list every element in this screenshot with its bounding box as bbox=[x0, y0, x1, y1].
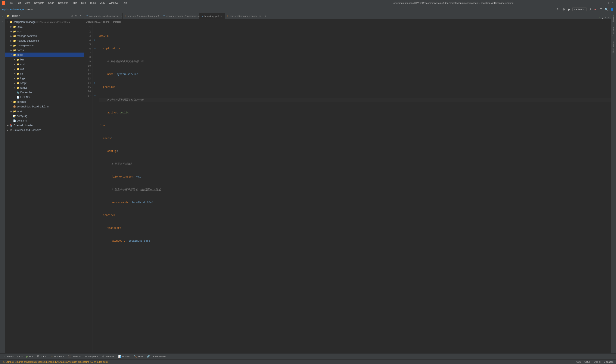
tree-manage-common[interactable]: ▶ 📁 manage-common bbox=[5, 34, 84, 39]
check-collapse[interactable]: ∨ bbox=[607, 16, 609, 19]
project-close[interactable]: ✕ bbox=[79, 14, 82, 18]
tree-manage-system[interactable]: ▶ 📁 manage-system bbox=[5, 43, 84, 48]
tree-root[interactable]: ▾ 📁 equipment-manage D:\YhcResource\myPr… bbox=[5, 20, 84, 24]
todo-button[interactable]: ☑ TODO bbox=[36, 354, 49, 359]
arrow-conf: ▶ bbox=[13, 63, 16, 66]
toolbar-search-button[interactable]: 🔍 bbox=[604, 7, 609, 12]
tab-pom-xml-system[interactable]: X pom.xml (manage-system) ✕ bbox=[225, 13, 263, 19]
menu-tools[interactable]: Tools bbox=[88, 1, 97, 5]
terminal-button[interactable]: ⬛ Terminal bbox=[66, 354, 83, 359]
minimize-button[interactable]: ─ bbox=[602, 1, 606, 5]
build-icon: 🔨 bbox=[134, 355, 137, 358]
bc-profiles[interactable]: profiles: bbox=[113, 21, 121, 23]
code-line-16: transport: bbox=[99, 226, 611, 230]
tree-work[interactable]: ▶ 📁 work bbox=[5, 109, 84, 114]
tab-application-yml-system[interactable]: Y manage-system\...\application.yml ✕ bbox=[161, 13, 200, 19]
tab-overflow-button[interactable]: ▾ bbox=[263, 13, 268, 19]
version-control-button[interactable]: ⎇ Version Control bbox=[1, 354, 24, 359]
project-icon[interactable]: ≡ bbox=[0, 14, 5, 19]
menu-help[interactable]: Help bbox=[120, 1, 129, 5]
toolbar-account-button[interactable]: 👤 bbox=[610, 7, 614, 12]
toolbar-run-button[interactable]: ▶ bbox=[567, 7, 572, 12]
tree-manage-equipment[interactable]: ▶ 📁 manage-equipment bbox=[5, 39, 84, 43]
arrow-common: ▶ bbox=[9, 34, 13, 38]
menu-file[interactable]: File bbox=[7, 1, 14, 5]
code-editor[interactable]: spring: application: # 服务名称和配置文件保持一致 nam… bbox=[97, 24, 611, 353]
menu-build[interactable]: Build bbox=[70, 1, 79, 5]
close-button[interactable]: ✕ bbox=[611, 1, 614, 5]
seata-label[interactable]: seata bbox=[26, 8, 32, 11]
seata-label: seata bbox=[17, 53, 23, 56]
menu-refactor[interactable]: Refactor bbox=[56, 1, 69, 5]
tree-pom-xml[interactable]: 📄 pom.xml bbox=[5, 118, 84, 123]
project-settings[interactable]: ⚙ bbox=[74, 14, 78, 18]
indent-status[interactable]: 2 spaces bbox=[603, 361, 614, 363]
status-bar: ⚠ Lombok requires annotation processing … bbox=[0, 359, 616, 364]
build-button[interactable]: 🔨 Build bbox=[132, 354, 145, 359]
tree-lib[interactable]: ▶ 📁 lib bbox=[5, 71, 84, 76]
line-ending-status[interactable]: CRLF bbox=[584, 361, 591, 363]
tree-external-libs[interactable]: ▶ 📚 External Libraries bbox=[5, 123, 84, 128]
menu-run[interactable]: Run bbox=[80, 1, 88, 5]
problems-button[interactable]: ⚠ Problems bbox=[49, 354, 66, 359]
menu-code[interactable]: Code bbox=[46, 1, 56, 5]
bc-spring[interactable]: spring: bbox=[103, 21, 110, 23]
tree-target[interactable]: ▶ 📁 target bbox=[5, 85, 84, 90]
menu-navigate[interactable]: Navigate bbox=[32, 1, 46, 5]
menu-vcs[interactable]: VCS bbox=[98, 1, 107, 5]
tree-seata-logs[interactable]: ▶ 📁 logs bbox=[5, 76, 84, 81]
check-expand[interactable]: ∧ bbox=[604, 16, 606, 19]
menu-edit[interactable]: Edit bbox=[15, 1, 23, 5]
bc-doc[interactable]: Document 1/1 bbox=[86, 21, 100, 23]
project-collapse-all[interactable]: ⊟ bbox=[70, 14, 74, 18]
database-panel-label[interactable]: Database bbox=[612, 24, 616, 39]
tab-application-yml-equipment[interactable]: Y equipment-...\application.yml ✕ bbox=[84, 13, 123, 19]
external-libs-icon: 📚 bbox=[9, 124, 13, 127]
toolbar-reload-button[interactable]: ↺ bbox=[587, 7, 592, 12]
profiler-button[interactable]: 📊 Profiler bbox=[117, 354, 132, 359]
tree-logs[interactable]: ▶ 📁 logs bbox=[5, 29, 84, 34]
dependencies-button[interactable]: 🔗 Dependencies bbox=[145, 354, 167, 359]
tree-sentinel[interactable]: ▾ 📁 sentinel bbox=[5, 100, 84, 104]
tab-close-1[interactable]: ✕ bbox=[120, 15, 123, 17]
gutter-8 bbox=[93, 55, 97, 59]
maven-panel-label[interactable]: Maven bbox=[612, 13, 616, 24]
tree-script[interactable]: ▶ 📁 script bbox=[5, 81, 84, 85]
project-name-label[interactable]: equipment-manage bbox=[2, 8, 24, 11]
tab-close-5[interactable]: ✕ bbox=[259, 15, 261, 17]
notifications-panel-label[interactable]: Notifications bbox=[612, 39, 616, 55]
line-col-status[interactable]: 6:20 bbox=[576, 361, 582, 363]
tab-pom-xml-equipment[interactable]: X pom.xml (equipment-manage) ✕ bbox=[123, 13, 161, 19]
tab-bootstrap-yml[interactable]: Y bootstrap.yml ✕ bbox=[200, 13, 225, 19]
tree-idea[interactable]: ▶ 📁 .idea bbox=[5, 24, 84, 29]
services-button[interactable]: ⚙ Services bbox=[100, 354, 116, 359]
menu-view[interactable]: View bbox=[23, 1, 32, 5]
project-panel-header: 📁 Project ▾ ⊟ ⚙ ✕ bbox=[5, 13, 84, 19]
tree-conf[interactable]: ▶ 📁 conf bbox=[5, 62, 84, 67]
toolbar-stop-button[interactable]: ■ bbox=[593, 7, 598, 12]
tree-dockerfile[interactable]: 🐳 Dockerfile bbox=[5, 90, 84, 95]
tree-nacos[interactable]: ▶ 📁 nacos bbox=[5, 48, 84, 52]
toolbar-translate-button[interactable]: T bbox=[599, 7, 603, 12]
endpoints-button[interactable]: ⊕ Endpoints bbox=[83, 354, 100, 359]
tab-close-4[interactable]: ✕ bbox=[220, 15, 223, 17]
problems-label: Problems bbox=[54, 355, 64, 358]
tree-ext[interactable]: ▶ 📁 ext bbox=[5, 67, 84, 71]
toolbar-build-button[interactable]: ⚙ bbox=[561, 7, 566, 12]
tree-sentinel-jar[interactable]: 📦 sentinel-dashboard-1.8.6.jar bbox=[5, 104, 84, 109]
commit-icon[interactable]: ✓ bbox=[0, 20, 5, 24]
tree-seata[interactable]: ▾ 📁 seata bbox=[5, 52, 84, 57]
tree-bin[interactable]: ▶ 📁 bin bbox=[5, 57, 84, 62]
lombok-warning[interactable]: ⚠ Lombok requires annotation processing … bbox=[2, 360, 108, 363]
toolbar-breadcrumb: equipment-manage › seata bbox=[2, 8, 33, 11]
sentinel-dropdown[interactable]: sentinel ▾ bbox=[572, 7, 587, 11]
code-line-9: nacos: bbox=[99, 136, 611, 141]
menu-window[interactable]: Window bbox=[107, 1, 120, 5]
tree-license[interactable]: 📄 LICENSE bbox=[5, 95, 84, 100]
encoding-status[interactable]: UTF-8 bbox=[593, 361, 602, 363]
tree-derby-log[interactable]: 📝 derby.log bbox=[5, 114, 84, 118]
maximize-button[interactable]: □ bbox=[607, 1, 610, 5]
toolbar-sync-button[interactable]: ↻ bbox=[556, 7, 561, 12]
tree-scratches[interactable]: ▶ 🗒 Scratches and Consoles bbox=[5, 128, 84, 132]
run-button[interactable]: ▶ Run bbox=[25, 354, 35, 359]
